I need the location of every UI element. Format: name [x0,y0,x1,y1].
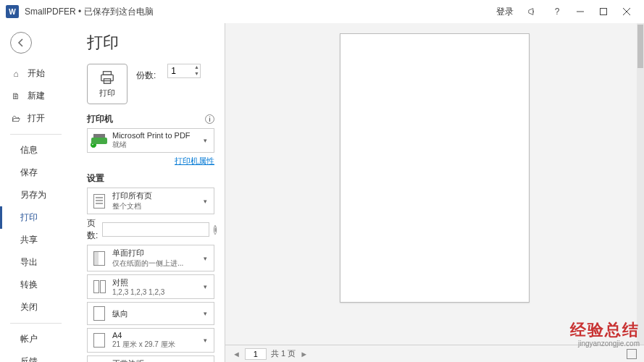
sidebar-item-label: 打印 [20,211,38,224]
sidebar-item-print[interactable]: 打印 [0,206,72,229]
sidebar-item-label: 转换 [20,279,38,291]
sidebar-item-label: 帐户 [20,333,38,345]
sidebar-item-export[interactable]: 导出 [0,251,72,274]
svg-rect-5 [101,75,114,80]
app-icon: W [6,5,19,18]
sidebar-item-close[interactable]: 关闭 [0,296,72,319]
page-icon [91,193,108,210]
next-page-button[interactable]: ► [300,350,308,358]
page-title: 打印 [87,32,214,54]
dropdown-line2: 仅在纸面的一侧上进... [112,258,201,269]
sidebar-item-label: 开始 [28,67,45,80]
collate-icon [91,278,108,295]
sidebar-item-transform[interactable]: 转换 [0,274,72,296]
page-total-label: 共 1 页 [271,348,296,359]
sidebar-item-label: 打开 [28,112,45,125]
page-number-input[interactable] [245,348,267,360]
pages-input[interactable] [102,222,209,237]
printer-status: 就绪 [112,140,201,150]
dropdown-line2: 整个文档 [112,201,201,211]
sidebar-item-share[interactable]: 共享 [0,229,72,251]
preview-scrollbar[interactable] [637,23,644,345]
zoom-fit-button[interactable] [627,349,637,359]
sidebar-item-new[interactable]: 🗎 新建 [0,85,72,107]
dropdown-line1: 单面打印 [112,248,201,258]
watermark-text: 经验总结 [570,319,640,341]
preview-page [340,33,530,303]
margins-dropdown[interactable]: 正常边距 上: 2.54 厘米 底部: 2... ▾ [87,355,214,362]
printer-section-header: 打印机 [87,113,113,125]
megaphone-icon[interactable] [527,6,538,17]
sidebar-item-open[interactable]: 🗁 打开 [0,107,72,130]
print-button-label: 打印 [99,88,115,98]
login-link[interactable]: 登录 [496,6,514,18]
open-icon: 🗁 [10,114,22,124]
minimize-button[interactable] [569,0,592,23]
sidebar-divider [10,323,62,324]
printer-properties-link[interactable]: 打印机属性 [87,156,214,167]
sidebar-item-info[interactable]: 信息 [0,139,72,161]
dropdown-line1: 正常边距 [112,358,201,362]
paper-icon [91,332,108,349]
sidebar-item-feedback[interactable]: 反馈 [0,350,72,362]
sides-dropdown[interactable]: 单面打印 仅在纸面的一侧上进... ▾ [87,245,214,272]
document-title: SmallPDFER • 已保存到这台电脑 [25,6,154,18]
watermark: 经验总结 jingyanzongjie.com [570,319,640,348]
chevron-down-icon: ▾ [204,310,211,317]
dropdown-line1: A4 [112,331,201,340]
printer-status-icon [91,132,108,149]
sidebar-item-saveas[interactable]: 另存为 [0,184,72,206]
info-icon[interactable]: i [214,225,217,235]
print-panel: 打印 打印 份数: ▲ ▼ 打印机 i Micro [72,23,225,362]
page-side-icon [91,250,108,267]
sidebar-item-label: 信息 [20,144,38,156]
sidebar-item-home[interactable]: ⌂ 开始 [0,62,72,85]
back-button[interactable] [10,32,32,54]
home-icon: ⌂ [10,69,22,79]
title-bar: W SmallPDFER • 已保存到这台电脑 登录 ? [0,0,644,23]
chevron-down-icon: ▾ [204,283,211,290]
print-preview: ◄ 共 1 页 ► [225,23,644,362]
portrait-icon [91,305,108,322]
sidebar-item-label: 共享 [20,234,38,246]
dropdown-line1: 纵向 [112,308,201,319]
paper-size-dropdown[interactable]: A4 21 厘米 x 29.7 厘米 ▾ [87,328,214,353]
sidebar-item-label: 反馈 [20,355,38,362]
printer-icon [99,70,115,85]
dropdown-line2: 21 厘米 x 29.7 厘米 [112,340,201,350]
sidebar-item-label: 保存 [20,167,38,179]
sidebar-divider [10,134,62,135]
print-button[interactable]: 打印 [87,64,127,104]
help-icon[interactable]: ? [551,6,563,17]
sidebar-item-label: 另存为 [20,189,46,201]
pages-label: 页数: [87,217,98,242]
printer-name: Microsoft Print to PDF [112,131,201,140]
copies-spin-down[interactable]: ▼ [193,71,200,77]
printer-dropdown[interactable]: Microsoft Print to PDF 就绪 ▾ [87,128,214,153]
settings-section-header: 设置 [87,172,104,185]
info-icon[interactable]: i [205,114,214,124]
prev-page-button[interactable]: ◄ [233,350,241,358]
copies-spin-up[interactable]: ▲ [193,64,200,71]
sidebar-item-label: 新建 [28,90,45,102]
dropdown-line1: 打印所有页 [112,190,201,201]
maximize-button[interactable] [592,0,615,23]
dropdown-line1: 对照 [112,277,201,288]
orientation-dropdown[interactable]: 纵向 ▾ [87,302,214,325]
backstage-sidebar: ⌂ 开始 🗎 新建 🗁 打开 信息 保存 另存为 打印 共享 导出 转换 关闭 … [0,23,72,362]
chevron-down-icon: ▾ [204,198,211,205]
sidebar-item-label: 关闭 [20,301,38,313]
copies-label: 份数: [136,70,156,82]
new-icon: 🗎 [10,91,22,101]
print-scope-dropdown[interactable]: 打印所有页 整个文档 ▾ [87,188,214,214]
close-button[interactable] [615,0,638,23]
chevron-down-icon: ▾ [204,255,211,262]
watermark-url: jingyanzongjie.com [570,340,640,348]
chevron-down-icon: ▾ [204,137,211,144]
sidebar-item-save[interactable]: 保存 [0,161,72,184]
sidebar-item-account[interactable]: 帐户 [0,328,72,350]
svg-rect-1 [601,9,607,15]
chevron-down-icon: ▾ [204,337,211,344]
sidebar-item-label: 导出 [20,256,38,269]
collate-dropdown[interactable]: 对照 1,2,3 1,2,3 1,2,3 ▾ [87,274,214,299]
